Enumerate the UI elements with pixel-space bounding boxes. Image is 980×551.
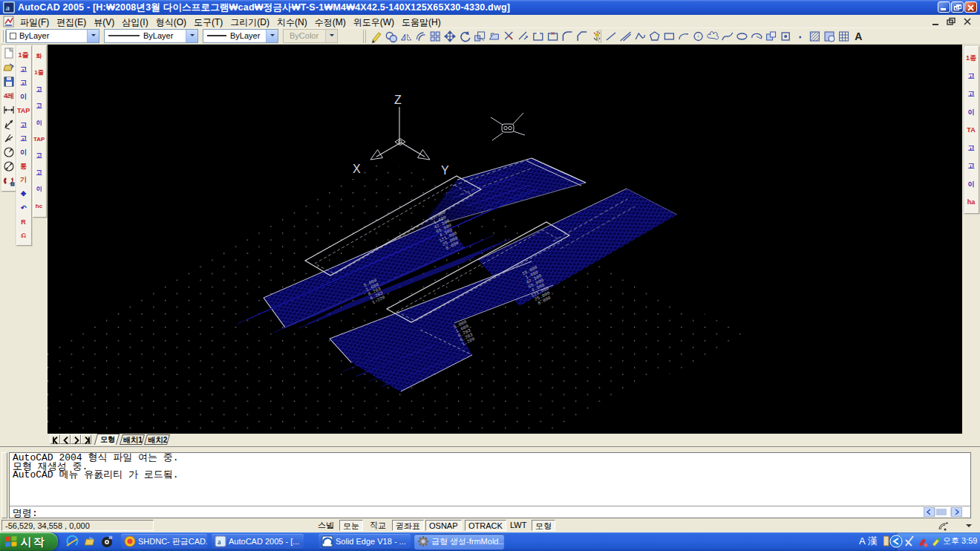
svg-text:Y: Y [441, 164, 449, 177]
svg-text:a: a [218, 538, 221, 546]
svg-text:a: a [6, 3, 10, 12]
svg-text:Z: Z [394, 94, 402, 106]
svg-text:A: A [855, 30, 862, 42]
svg-text:4레: 4레 [4, 92, 14, 100]
svg-text:X: X [353, 163, 361, 175]
